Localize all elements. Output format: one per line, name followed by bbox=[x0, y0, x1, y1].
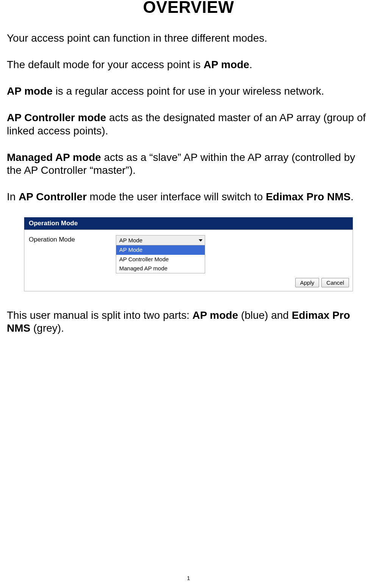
apply-button[interactable]: Apply bbox=[295, 278, 319, 287]
select-option-managed-ap-mode[interactable]: Managed AP mode bbox=[116, 264, 205, 273]
panel-button-row: Apply Cancel bbox=[24, 277, 353, 291]
paragraph-controller-mode: AP Controller mode acts as the designate… bbox=[7, 111, 370, 137]
bold-managed-ap-mode: Managed AP mode bbox=[7, 151, 101, 163]
select-current-value: AP Mode bbox=[119, 237, 142, 243]
bold-ap-mode: AP mode bbox=[192, 309, 238, 321]
text: . bbox=[249, 59, 252, 70]
text: (blue) and bbox=[238, 309, 292, 321]
bold-ap-controller: AP Controller bbox=[19, 191, 87, 203]
bold-ap-mode: AP mode bbox=[7, 85, 53, 97]
text: In bbox=[7, 191, 19, 203]
paragraph-managed-mode: Managed AP mode acts as a “slave” AP wit… bbox=[7, 151, 370, 177]
text: The default mode for your access point i… bbox=[7, 59, 204, 70]
operation-mode-figure: Operation Mode Operation Mode AP Mode AP… bbox=[24, 217, 353, 292]
select-option-ap-mode[interactable]: AP Mode bbox=[116, 245, 205, 254]
page-title: OVERVIEW bbox=[7, 0, 370, 17]
operation-mode-label: Operation Mode bbox=[29, 235, 116, 243]
text: This user manual is split into two parts… bbox=[7, 309, 192, 321]
paragraph-default-mode: The default mode for your access point i… bbox=[7, 58, 370, 71]
panel-body: Operation Mode AP Mode AP Mode AP Contro… bbox=[24, 230, 353, 277]
text: Your access point can function in three … bbox=[7, 32, 267, 44]
panel-header: Operation Mode bbox=[24, 217, 353, 230]
bold-ap-mode: AP mode bbox=[204, 59, 249, 70]
operation-mode-select[interactable]: AP Mode AP Mode AP Controller Mode Manag… bbox=[116, 235, 205, 273]
text: . bbox=[351, 191, 354, 203]
paragraph-manual-split: This user manual is split into two parts… bbox=[7, 309, 370, 335]
text: mode the user interface will switch to bbox=[87, 191, 266, 203]
paragraph-ui-switch: In AP Controller mode the user interface… bbox=[7, 190, 370, 203]
text: (grey). bbox=[30, 322, 64, 334]
select-option-ap-controller-mode[interactable]: AP Controller Mode bbox=[116, 255, 205, 264]
paragraph-intro: Your access point can function in three … bbox=[7, 32, 370, 45]
select-dropdown-list: AP Mode AP Controller Mode Managed AP mo… bbox=[116, 245, 205, 273]
operation-mode-panel: Operation Mode Operation Mode AP Mode AP… bbox=[24, 217, 353, 292]
page-number: 1 bbox=[0, 575, 377, 581]
paragraph-ap-mode: AP mode is a regular access point for us… bbox=[7, 85, 370, 98]
bold-ap-controller-mode: AP Controller mode bbox=[7, 112, 106, 123]
select-display[interactable]: AP Mode bbox=[116, 235, 205, 245]
chevron-down-icon bbox=[199, 239, 203, 242]
cancel-button[interactable]: Cancel bbox=[321, 278, 349, 287]
bold-edimax-pro-nms: Edimax Pro NMS bbox=[266, 191, 351, 203]
text: is a regular access point for use in you… bbox=[53, 85, 324, 97]
